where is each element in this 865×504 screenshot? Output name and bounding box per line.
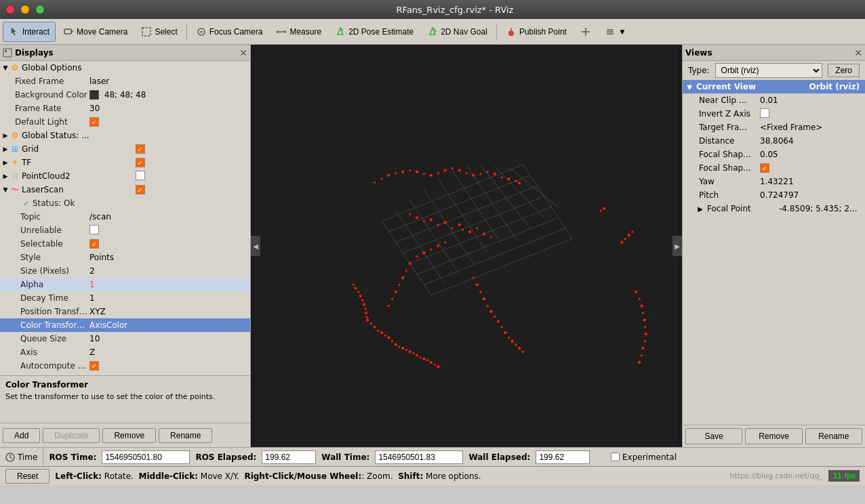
ros-time-input[interactable] [102,450,190,464]
publish-point-button[interactable]: Publish Point [500,22,573,42]
fixed-frame-row[interactable]: Fixed Frame laser [0,75,250,88]
default-light-checkbox[interactable]: ✓ [89,117,99,127]
current-view-header[interactable]: ▼ Current View Orbit (rviz) [683,80,865,93]
frame-rate-row[interactable]: Frame Rate 30 [0,102,250,115]
ros-elapsed-input[interactable] [262,450,316,464]
nav-goal-button[interactable]: 2D Nav Goal [421,22,494,42]
select-button[interactable]: Select [135,22,183,42]
status-ok-label: ✓ Status: Ok [1,198,89,208]
laserscan-row[interactable]: ▼ 〜 LaserScan ✓ [0,183,250,196]
position-transfo-row[interactable]: Position Transfo... XYZ [0,305,250,318]
add-button[interactable]: Add [3,428,40,443]
focus-camera-button[interactable]: Focus Camera [190,22,269,42]
svg-point-146 [363,303,365,306]
pointcloud-enable-checkbox[interactable] [136,171,145,180]
axis-row[interactable]: Axis Z [0,345,250,359]
publish-point-label: Publish Point [519,27,567,37]
pitch-row[interactable]: Pitch 0.724797 [683,188,865,202]
topic-row[interactable]: Topic /scan [0,210,250,224]
svg-point-12 [508,30,514,36]
views-zero-button[interactable]: Zero [828,64,860,77]
svg-point-129 [483,297,485,300]
interact-button[interactable]: Interact [3,22,56,42]
displays-tree[interactable]: ▼ ⚙ Global Options Fixed Frame laser Bac… [0,61,250,375]
bg-color-row[interactable]: Background Color 48; 48; 48 [0,88,250,102]
focal-shap1-row[interactable]: Focal Shap... 0.05 [683,148,865,161]
status-ok-row[interactable]: ✓ Status: Ok [0,196,250,210]
experimental-checkbox[interactable] [611,453,620,461]
views-rename-button[interactable]: Rename [805,428,862,444]
svg-point-116 [405,349,407,351]
svg-point-80 [416,255,418,257]
svg-point-67 [437,224,439,226]
color-transformer-row[interactable]: Color Transformer AxisColor [0,318,250,332]
views-close-icon[interactable]: ✕ [854,47,862,58]
grid-row[interactable]: ▶ ⊞ Grid ✓ [0,142,250,156]
tf-row[interactable]: ▶ ✦ TF ✓ [0,156,250,169]
tf-enable-checkbox[interactable]: ✓ [136,158,145,167]
focal-point-row[interactable]: ▶ Focal Point -4.8509; 5.435; 2... [683,202,865,215]
laserscan-enable-checkbox[interactable]: ✓ [136,185,145,194]
displays-close-icon[interactable]: ✕ [239,47,247,58]
target-frame-row[interactable]: Target Fra... <Fixed Frame> [683,121,865,134]
svg-point-127 [476,283,479,286]
svg-point-44 [395,172,397,174]
pose-estimate-button[interactable]: 2D Pose Estimate [329,22,420,42]
unreliable-checkbox[interactable] [89,225,99,234]
close-button[interactable] [5,5,15,14]
autocompute-row[interactable]: Autocompute V... ✓ [0,359,250,373]
viewport-right-arrow[interactable]: ▶ [672,236,682,256]
maximize-button[interactable] [35,5,45,14]
selectable-row[interactable]: Selectable ✓ [0,237,250,251]
views-remove-button[interactable]: Remove [745,428,802,444]
invert-z-row[interactable]: Invert Z Axis [683,107,865,121]
grid-enable-checkbox[interactable]: ✓ [136,144,145,154]
focal-shap2-row[interactable]: Focal Shap... ✓ [683,161,865,175]
near-clip-row[interactable]: Near Clip ... 0.01 [683,93,865,107]
laserscan-checkbox: ✓ [136,185,249,195]
svg-point-63 [409,213,411,215]
unreliable-row[interactable]: Unreliable [0,224,250,237]
views-save-button[interactable]: Save [685,428,742,444]
rename-button[interactable]: Rename [159,428,212,443]
svg-point-41 [374,182,376,184]
default-light-row[interactable]: Default Light ✓ [0,115,250,129]
invert-z-checkbox[interactable] [760,108,769,118]
style-row[interactable]: Style Points [0,251,250,264]
svg-point-83 [401,276,404,279]
size-pixels-row[interactable]: Size (Pixels) 2 [0,264,250,278]
move-camera-label: Move Camera [77,27,127,37]
svg-point-124 [434,364,436,366]
extra-button[interactable]: ▼ [599,22,632,42]
measure-button[interactable]: Measure [270,22,327,42]
wall-elapsed-input[interactable] [536,450,590,464]
duplicate-button[interactable]: Duplicate [43,428,100,443]
svg-point-84 [398,284,400,286]
focal-shap2-checkbox[interactable]: ✓ [760,163,769,173]
viewport-left-arrow[interactable]: ◀ [251,236,260,256]
main-area: Displays ✕ ▼ ⚙ Global Options Fixed Fram… [0,45,865,447]
svg-point-92 [599,209,601,211]
wall-time-input[interactable] [375,450,463,464]
move-camera-button[interactable]: Move Camera [57,22,134,42]
remove-button[interactable]: Remove [102,428,156,443]
laserscan-label: LaserScan [22,185,136,194]
global-options-row[interactable]: ▼ ⚙ Global Options [0,61,250,75]
crosshair-button[interactable] [574,22,597,42]
decay-time-row[interactable]: Decay Time 1 [0,291,250,305]
selectable-checkbox[interactable]: ✓ [89,239,99,249]
yaw-row[interactable]: Yaw 1.43221 [683,175,865,188]
global-status-row[interactable]: ▶ ⚙ Global Status: ... [0,129,250,142]
minimize-button[interactable] [20,5,30,14]
svg-marker-10 [430,28,435,35]
reset-button[interactable]: Reset [5,469,49,484]
topic-label: Topic [1,212,89,222]
autocompute-checkbox[interactable]: ✓ [89,361,99,371]
queue-size-row[interactable]: Queue Size 10 [0,332,250,345]
pointcloud-row[interactable]: ▶ ⁝⁝ PointCloud2 [0,169,250,183]
distance-row[interactable]: Distance 38.8064 [683,134,865,148]
views-type-select[interactable]: Orbit (rviz) [715,63,823,78]
info-panel: Color Transformer Set the transformer to… [0,375,250,423]
3d-viewport[interactable]: ◀ [251,45,682,447]
alpha-row[interactable]: Alpha 1 [0,278,250,291]
